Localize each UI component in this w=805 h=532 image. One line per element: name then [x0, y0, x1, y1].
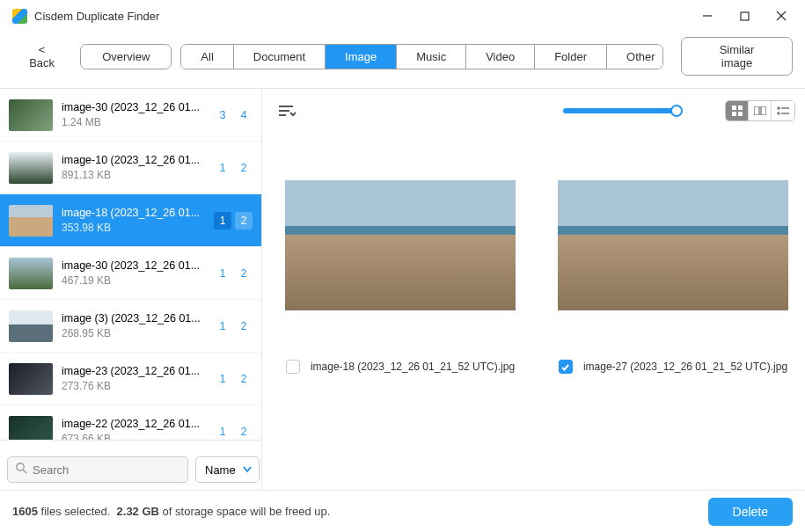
item-meta: image-22 (2023_12_26 01...673.66 KB — [62, 418, 205, 440]
item-filename: image-10 (2023_12_26 01... — [62, 154, 205, 166]
thumbnail — [9, 152, 53, 184]
item-filesize: 273.76 KB — [62, 380, 205, 392]
preview-card-right[interactable]: image-27 (2023_12_26 01_21_52 UTC).jpg — [558, 180, 788, 374]
maximize-button[interactable] — [738, 10, 750, 22]
sidebar-footer: Name — [0, 440, 261, 490]
tab-video[interactable]: Video — [466, 45, 535, 69]
title-bar: Cisdem Duplicate Finder — [0, 0, 805, 32]
item-meta: image-23 (2023_12_26 01...273.76 KB — [62, 365, 205, 392]
tab-folder[interactable]: Folder — [535, 45, 607, 69]
item-filesize: 673.66 KB — [62, 433, 205, 440]
search-field[interactable] — [7, 456, 188, 483]
count-selected[interactable]: 1 — [214, 317, 231, 335]
count-total[interactable]: 2 — [235, 370, 252, 388]
count-selected[interactable]: 1 — [214, 159, 231, 177]
count-selected[interactable]: 1 — [214, 370, 231, 388]
duplicate-list[interactable]: image-30 (2023_12_26 01...1.24 MB34image… — [0, 89, 261, 440]
list-item[interactable]: image-18 (2023_12_26 01...353.98 KB12 — [0, 194, 261, 247]
close-button[interactable] — [775, 10, 787, 22]
grid-view-button[interactable] — [726, 101, 749, 120]
svg-rect-1 — [741, 12, 749, 20]
item-filename: image-23 (2023_12_26 01... — [62, 365, 205, 377]
status-text: 1605 files selected. 2.32 GB of storage … — [12, 505, 330, 518]
tab-document[interactable]: Document — [234, 45, 326, 69]
list-item[interactable]: image-10 (2023_12_26 01...891.13 KB12 — [0, 142, 261, 194]
item-filename: image (3) (2023_12_26 01... — [62, 312, 205, 324]
checkbox-right[interactable] — [559, 360, 573, 374]
item-counts: 34 — [214, 106, 252, 124]
item-meta: image-18 (2023_12_26 01...353.98 KB — [62, 207, 205, 234]
status-bar: 1605 files selected. 2.32 GB of storage … — [0, 490, 805, 532]
view-mode-toggle — [725, 100, 795, 121]
sort-label: Name — [205, 463, 236, 477]
item-counts: 12 — [214, 212, 252, 230]
item-filesize: 891.13 KB — [62, 169, 205, 181]
tab-all[interactable]: All — [181, 45, 233, 69]
back-button[interactable]: < Back — [12, 38, 71, 75]
item-filesize: 268.95 KB — [62, 327, 205, 339]
list-item[interactable]: image (3) (2023_12_26 01...268.95 KB12 — [0, 300, 261, 353]
zoom-slider[interactable] — [563, 108, 677, 113]
list-item[interactable]: image-30 (2023_12_26 01...467.19 KB12 — [0, 247, 261, 300]
list-view-button[interactable] — [772, 101, 794, 120]
delete-button[interactable]: Delete — [708, 498, 793, 526]
svg-point-15 — [778, 107, 779, 109]
thumbnail — [9, 258, 53, 289]
count-selected[interactable]: 1 — [214, 423, 231, 441]
preview-card-left[interactable]: image-18 (2023_12_26 01_21_52 UTC).jpg — [285, 180, 516, 374]
tab-other[interactable]: Other — [607, 45, 663, 69]
window-controls — [701, 10, 787, 22]
overview-button[interactable]: Overview — [80, 44, 172, 69]
tab-image[interactable]: Image — [326, 45, 397, 69]
item-filesize: 1.24 MB — [62, 116, 205, 128]
item-filesize: 467.19 KB — [62, 274, 205, 287]
thumbnail — [9, 416, 53, 441]
item-filesize: 353.98 KB — [62, 222, 205, 234]
app-icon — [12, 9, 27, 24]
tab-music[interactable]: Music — [397, 45, 466, 69]
item-counts: 12 — [214, 159, 252, 177]
column-view-button[interactable] — [749, 101, 772, 120]
toolbar: < Back Overview AllDocumentImageMusicVid… — [0, 32, 805, 88]
count-total[interactable]: 2 — [235, 265, 252, 282]
sort-icon[interactable] — [278, 104, 297, 118]
preview-image-left — [285, 180, 516, 310]
category-tabs: AllDocumentImageMusicVideoFolderOther — [180, 44, 663, 69]
count-total[interactable]: 2 — [235, 317, 252, 335]
item-counts: 12 — [214, 317, 252, 335]
zoom-thumb[interactable] — [670, 105, 683, 117]
count-total[interactable]: 2 — [235, 159, 252, 177]
svg-rect-11 — [732, 112, 736, 116]
list-item[interactable]: image-30 (2023_12_26 01...1.24 MB34 — [0, 89, 261, 142]
svg-rect-12 — [738, 112, 743, 116]
count-total[interactable]: 2 — [235, 212, 252, 230]
svg-point-4 — [17, 463, 24, 470]
count-total[interactable]: 4 — [235, 106, 252, 124]
checkbox-left[interactable] — [286, 360, 300, 374]
count-selected[interactable]: 1 — [214, 265, 231, 282]
similar-image-button[interactable]: Similar image — [681, 37, 793, 76]
preview-image-right — [558, 180, 788, 310]
svg-rect-14 — [761, 106, 766, 115]
list-item[interactable]: image-22 (2023_12_26 01...673.66 KB12 — [0, 405, 261, 440]
thumbnail — [9, 205, 53, 237]
count-selected[interactable]: 1 — [214, 212, 231, 230]
search-input[interactable] — [33, 463, 180, 477]
count-selected[interactable]: 3 — [214, 106, 231, 124]
minimize-button[interactable] — [701, 10, 714, 22]
content-pane: image-18 (2023_12_26 01_21_52 UTC).jpg i… — [262, 89, 805, 490]
svg-line-5 — [23, 470, 26, 473]
item-counts: 12 — [214, 423, 252, 441]
item-filename: image-18 (2023_12_26 01... — [62, 207, 205, 219]
sidebar: image-30 (2023_12_26 01...1.24 MB34image… — [0, 89, 262, 490]
sort-select[interactable]: Name — [195, 456, 260, 483]
item-meta: image (3) (2023_12_26 01...268.95 KB — [62, 312, 205, 339]
app-title: Cisdem Duplicate Finder — [34, 10, 701, 23]
thumbnail — [9, 310, 53, 342]
thumbnail — [9, 363, 53, 395]
item-meta: image-30 (2023_12_26 01...1.24 MB — [62, 101, 205, 128]
count-total[interactable]: 2 — [235, 423, 252, 441]
item-filename: image-30 (2023_12_26 01... — [62, 259, 205, 272]
thumbnail — [9, 99, 53, 131]
list-item[interactable]: image-23 (2023_12_26 01...273.76 KB12 — [0, 353, 261, 405]
